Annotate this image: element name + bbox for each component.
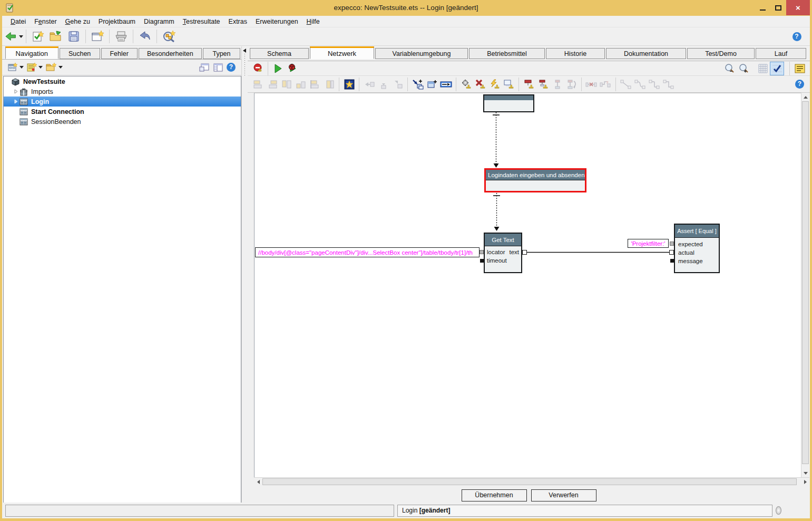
move-into-button[interactable] — [362, 78, 376, 91]
align-left-button[interactable] — [251, 78, 265, 91]
diagram-properties-button[interactable] — [793, 62, 807, 75]
connector-vertical-button[interactable] — [550, 78, 564, 91]
diagram-node-assert-equal[interactable]: Assert [ Equal ] expected actual message — [674, 224, 720, 273]
pin-message[interactable]: message — [678, 258, 703, 264]
tab-variablenumgebung[interactable]: Variablenumgebung — [375, 48, 468, 59]
settings-search-button[interactable] — [160, 28, 178, 44]
pin-trigger-button[interactable] — [487, 78, 502, 91]
align-bottom-button[interactable] — [294, 78, 308, 91]
menu-hilfe[interactable]: Hilfe — [302, 17, 324, 26]
network-canvas[interactable]: Logindaten eingeben und absenden Get Tex… — [254, 93, 801, 477]
tab-suchen[interactable]: Suchen — [60, 48, 100, 59]
expand-chevron-icon[interactable] — [12, 89, 19, 94]
new-folder-chevron[interactable] — [58, 66, 63, 69]
snap-toggle-button[interactable] — [770, 62, 784, 75]
run-button[interactable] — [271, 62, 285, 75]
pin-square-timeout[interactable] — [480, 259, 484, 263]
pin-square-text-output[interactable] — [522, 250, 527, 255]
new-view-chevron[interactable] — [19, 66, 24, 69]
canvas-vertical-scrollbar[interactable] — [801, 93, 809, 477]
tab-schema[interactable]: Schema — [250, 48, 309, 59]
pin-delete-button[interactable] — [473, 78, 487, 91]
scroll-right-arrow[interactable] — [801, 478, 809, 486]
discard-button[interactable]: Verwerfen — [531, 489, 596, 501]
expected-literal-value[interactable]: 'Projektfilter:' — [628, 239, 669, 248]
apply-button[interactable]: Übernehmen — [462, 489, 527, 501]
flag-top-button[interactable] — [522, 78, 536, 91]
pin-expected[interactable]: expected — [678, 241, 703, 247]
pin-screen-button[interactable] — [502, 78, 516, 91]
grid-toggle-button[interactable] — [756, 62, 770, 75]
diagram-node-get-text[interactable]: Get Text locator text timeout — [484, 233, 522, 273]
new-testsuite-button[interactable] — [29, 28, 47, 44]
tab-netzwerk[interactable]: Netzwerk — [310, 46, 374, 59]
collapse-arrow-icon[interactable] — [243, 49, 246, 53]
menu-erweiterungen[interactable]: Erweiterungen — [251, 17, 302, 26]
line-stepped-button[interactable] — [647, 78, 661, 91]
diagram-help-button[interactable]: ? — [793, 78, 807, 91]
horizontal-scroll-thumb[interactable] — [262, 478, 797, 485]
move-down-button[interactable] — [376, 78, 390, 91]
pin-text[interactable]: text — [509, 249, 519, 255]
tab-lauf[interactable]: Lauf — [756, 48, 806, 59]
close-button[interactable]: × — [786, 0, 810, 15]
tab-betriebsmittel[interactable]: Betriebsmittel — [469, 48, 545, 59]
minimize-button[interactable] — [755, 0, 770, 15]
scroll-up-arrow[interactable] — [801, 93, 810, 101]
zoom-out-button[interactable] — [722, 62, 736, 75]
add-pin-button[interactable] — [425, 78, 439, 91]
new-window-button[interactable] — [89, 28, 106, 44]
pin-actual[interactable]: actual — [678, 249, 694, 256]
tree-row-newtestsuite[interactable]: NewTestsuite — [4, 76, 241, 86]
back-button[interactable] — [5, 28, 23, 44]
line-diagonal-button[interactable] — [619, 78, 633, 91]
tab-besonderheiten[interactable]: Besonderheiten — [139, 48, 202, 59]
menu-fenster[interactable]: Fenster — [30, 17, 61, 26]
tree-row-sessionbeenden[interactable]: SessionBeenden — [4, 117, 241, 127]
back-dropdown-chevron[interactable] — [19, 35, 23, 38]
navigation-help-button[interactable]: ? — [225, 61, 237, 74]
menu-gehe-zu[interactable]: Gehe zu — [61, 17, 94, 26]
flag-bottom-button[interactable] — [536, 78, 550, 91]
menu-extras[interactable]: Extras — [224, 17, 251, 26]
tab-historie[interactable]: Historie — [546, 48, 605, 59]
tab-fehler[interactable]: Fehler — [101, 48, 138, 59]
menu-datei[interactable]: Datei — [6, 17, 30, 26]
debug-button[interactable] — [285, 62, 299, 75]
panel-splitter[interactable] — [241, 46, 248, 518]
float-panel-button[interactable] — [198, 61, 211, 74]
connection-query-button[interactable]: ? — [599, 78, 613, 91]
line-ortho-button[interactable] — [661, 78, 676, 91]
new-view-dropdown-button[interactable] — [6, 61, 25, 74]
pin-square-locator-connected[interactable] — [480, 250, 484, 254]
diagram-node-partial[interactable] — [483, 94, 534, 112]
align-right-button[interactable] — [265, 78, 279, 91]
tree-row-imports[interactable]: Imports — [4, 86, 241, 97]
align-top-button[interactable] — [279, 78, 294, 91]
canvas-horizontal-scrollbar[interactable] — [254, 477, 809, 486]
expand-chevron-icon[interactable] — [12, 99, 19, 104]
tree-row-start-connection[interactable]: Start Connection — [4, 107, 241, 117]
open-file-button[interactable] — [47, 28, 65, 44]
align-h-center-button[interactable] — [308, 78, 322, 91]
new-item-dropdown-button[interactable] — [25, 61, 44, 74]
scroll-left-arrow[interactable] — [254, 478, 262, 486]
undo-button[interactable] — [136, 28, 154, 44]
insert-inline-button[interactable] — [439, 78, 453, 91]
remove-breakpoint-button[interactable] — [251, 62, 265, 75]
tab-typen[interactable]: Typen — [203, 48, 240, 59]
vertical-scroll-thumb[interactable] — [802, 101, 809, 464]
add-connection-button[interactable] — [410, 78, 425, 91]
new-item-chevron[interactable] — [38, 66, 43, 69]
new-folder-dropdown-button[interactable] — [44, 61, 64, 74]
save-button[interactable] — [65, 28, 83, 44]
new-step-button[interactable] — [342, 78, 356, 91]
tree-row-login[interactable]: Login — [4, 97, 241, 107]
menu-testresultate[interactable]: Testresultate — [179, 17, 224, 26]
tab-navigation[interactable]: Navigation — [5, 46, 58, 59]
move-out-button[interactable] — [390, 78, 405, 91]
pin-square-actual-input[interactable] — [669, 250, 674, 255]
pin-timeout[interactable]: timeout — [487, 257, 507, 264]
pin-locator[interactable]: locator — [487, 249, 505, 255]
menu-diagramm[interactable]: Diagramm — [140, 17, 179, 26]
